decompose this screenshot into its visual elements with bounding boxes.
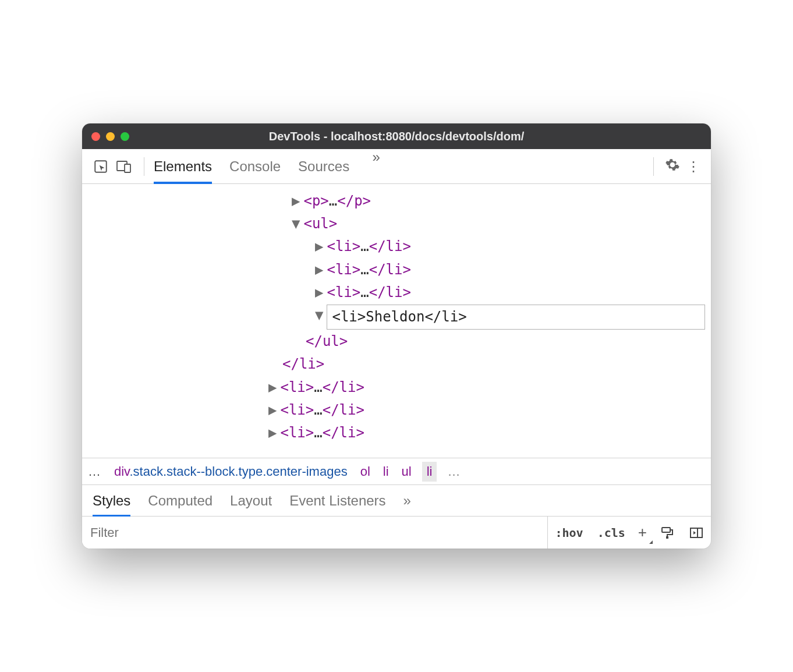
dom-node-li[interactable]: ▶<li>…</li> — [82, 235, 711, 258]
expand-arrow-icon[interactable]: ▶ — [268, 422, 277, 444]
window-title: DevTools - localhost:8080/docs/devtools/… — [269, 130, 525, 143]
paint-icon[interactable] — [659, 524, 676, 542]
svg-rect-3 — [662, 528, 670, 532]
styles-panel-tabs: Styles Computed Layout Event Listeners » — [82, 484, 711, 516]
styles-toolbar: :hov .cls + — [82, 516, 711, 549]
dom-node-li[interactable]: ▶<li>…</li> — [82, 259, 711, 281]
devtools-window: DevTools - localhost:8080/docs/devtools/… — [82, 123, 711, 549]
tab-computed[interactable]: Computed — [148, 485, 213, 516]
breadcrumb-more-right[interactable]: … — [445, 464, 462, 479]
settings-gear-icon[interactable] — [663, 157, 682, 176]
breadcrumb-ol[interactable]: ol — [358, 464, 373, 479]
device-toggle-icon[interactable] — [114, 156, 134, 177]
tab-sources[interactable]: Sources — [298, 149, 349, 183]
more-tabs-button[interactable]: » — [403, 485, 411, 516]
dom-node-li[interactable]: ▶<li>…</li> — [82, 376, 711, 399]
tab-event-listeners[interactable]: Event Listeners — [289, 485, 385, 516]
dom-node-li-editing[interactable]: ▼ <li>Sheldon</li> — [82, 304, 711, 330]
minimize-window-button[interactable] — [106, 132, 115, 141]
hov-toggle-button[interactable]: :hov — [548, 526, 590, 540]
html-edit-input[interactable]: <li>Sheldon</li> — [327, 305, 705, 330]
separator — [653, 157, 654, 176]
svg-rect-4 — [666, 536, 668, 539]
dom-node-li[interactable]: ▶<li>…</li> — [82, 281, 711, 304]
collapse-arrow-icon[interactable]: ▼ — [292, 213, 300, 235]
window-controls — [91, 132, 129, 141]
more-tabs-button[interactable]: » — [367, 149, 385, 183]
svg-rect-2 — [125, 164, 130, 172]
dom-node-li[interactable]: ▶<li>…</li> — [82, 422, 711, 444]
breadcrumb-li[interactable]: li — [381, 464, 391, 479]
breadcrumb-bar: … div.stack.stack--block.type.center-ima… — [82, 458, 711, 484]
dom-node-li[interactable]: ▶<li>…</li> — [82, 399, 711, 422]
main-tabs: Elements Console Sources » — [154, 149, 644, 183]
kebab-menu-icon[interactable]: ⋮ — [684, 158, 703, 175]
tab-styles[interactable]: Styles — [93, 485, 130, 516]
dom-node-ul-close[interactable]: </ul> — [82, 330, 711, 353]
styles-filter-input[interactable] — [82, 517, 548, 549]
dom-node-ul-open[interactable]: ▼<ul> — [82, 213, 711, 235]
expand-arrow-icon[interactable]: ▶ — [315, 282, 323, 303]
svg-rect-5 — [691, 528, 702, 537]
expand-arrow-icon[interactable]: ▶ — [268, 377, 277, 398]
tab-console[interactable]: Console — [229, 149, 281, 183]
breadcrumb-li-selected[interactable]: li — [422, 462, 437, 482]
breadcrumb-more-left[interactable]: … — [86, 464, 104, 479]
panel-toggle-icon[interactable] — [688, 524, 705, 542]
dom-node-li-close[interactable]: </li> — [82, 353, 711, 376]
expand-arrow-icon[interactable]: ▶ — [315, 236, 323, 257]
breadcrumb-ul[interactable]: ul — [399, 464, 414, 479]
dom-tree[interactable]: ▶<p>…</p> ▼<ul> ▶<li>…</li> ▶<li>…</li> … — [82, 184, 711, 458]
close-window-button[interactable] — [91, 132, 100, 141]
collapse-arrow-icon[interactable]: ▼ — [315, 305, 323, 330]
inspect-element-icon[interactable] — [90, 156, 111, 177]
main-toolbar: Elements Console Sources » ⋮ — [82, 149, 711, 184]
breadcrumb-div[interactable]: div.stack.stack--block.type.center-image… — [112, 464, 350, 479]
tab-elements[interactable]: Elements — [154, 149, 212, 183]
expand-arrow-icon[interactable]: ▶ — [268, 399, 277, 421]
titlebar: DevTools - localhost:8080/docs/devtools/… — [82, 123, 711, 149]
tab-layout[interactable]: Layout — [230, 485, 272, 516]
expand-arrow-icon[interactable]: ▶ — [292, 190, 300, 212]
separator — [144, 157, 144, 176]
new-style-rule-button[interactable]: + — [632, 524, 653, 542]
cls-toggle-button[interactable]: .cls — [590, 526, 632, 540]
maximize-window-button[interactable] — [121, 132, 129, 141]
expand-arrow-icon[interactable]: ▶ — [315, 259, 323, 281]
dom-node-p[interactable]: ▶<p>…</p> — [82, 190, 711, 213]
